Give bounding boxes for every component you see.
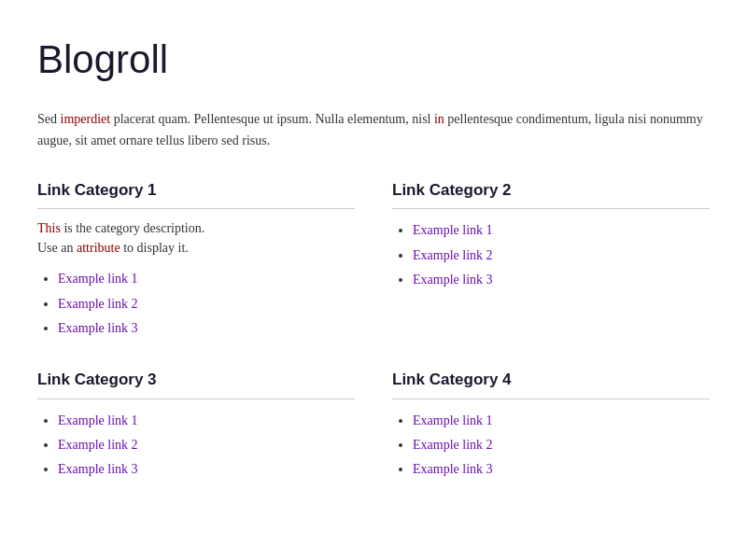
cat3-link-1[interactable]: Example link 1 (58, 413, 138, 427)
intro-link-in[interactable]: in (434, 112, 444, 126)
cat1-desc-link-this[interactable]: This (37, 221, 61, 235)
category-title-3: Link Category 3 (37, 367, 355, 399)
cat4-link-2[interactable]: Example link 2 (413, 438, 493, 452)
list-item: Example link 1 (413, 409, 710, 431)
list-item: Example link 3 (58, 457, 355, 480)
cat1-link-2[interactable]: Example link 2 (58, 297, 138, 311)
intro-paragraph: Sed imperdiet placerat quam. Pellentesqu… (37, 109, 710, 151)
category-title-4: Link Category 4 (392, 367, 710, 399)
cat1-link-1[interactable]: Example link 1 (58, 272, 138, 286)
cat3-link-3[interactable]: Example link 3 (58, 462, 138, 476)
category-block-1: Link Category 1 This is the category des… (37, 177, 355, 341)
cat4-link-1[interactable]: Example link 1 (413, 413, 493, 427)
list-item: Example link 1 (58, 267, 355, 289)
list-item: Example link 2 (58, 292, 355, 315)
category-2-link-list: Example link 1 Example link 2 Example li… (392, 218, 710, 290)
category-3-link-list: Example link 1 Example link 2 Example li… (37, 409, 355, 481)
cat2-link-1[interactable]: Example link 1 (413, 223, 493, 237)
cat3-link-2[interactable]: Example link 2 (58, 438, 138, 452)
list-item: Example link 3 (58, 316, 355, 339)
cat2-link-3[interactable]: Example link 3 (413, 273, 493, 287)
page-title: Blogroll (37, 28, 710, 91)
category-block-3: Link Category 3 Example link 1 Example l… (37, 367, 355, 482)
category-description-1: This is the category description. Use an… (37, 218, 355, 258)
list-item: Example link 3 (413, 268, 710, 290)
category-title-1: Link Category 1 (37, 177, 355, 209)
category-block-4: Link Category 4 Example link 1 Example l… (392, 367, 710, 482)
list-item: Example link 2 (413, 244, 710, 266)
category-block-2: Link Category 2 Example link 1 Example l… (392, 177, 710, 341)
categories-grid: Link Category 1 This is the category des… (37, 177, 710, 509)
category-1-link-list: Example link 1 Example link 2 Example li… (37, 267, 355, 339)
list-item: Example link 1 (58, 409, 355, 431)
list-item: Example link 1 (413, 218, 710, 241)
cat2-link-2[interactable]: Example link 2 (413, 248, 493, 262)
list-item: Example link 2 (413, 433, 710, 455)
intro-link-imperdiet[interactable]: imperdiet (61, 112, 111, 126)
cat4-link-3[interactable]: Example link 3 (413, 462, 493, 476)
list-item: Example link 3 (413, 457, 710, 480)
cat1-desc-link-attribute[interactable]: attribute (77, 241, 120, 255)
category-4-link-list: Example link 1 Example link 2 Example li… (392, 409, 710, 481)
category-title-2: Link Category 2 (392, 177, 710, 209)
cat1-link-3[interactable]: Example link 3 (58, 321, 138, 335)
list-item: Example link 2 (58, 433, 355, 455)
